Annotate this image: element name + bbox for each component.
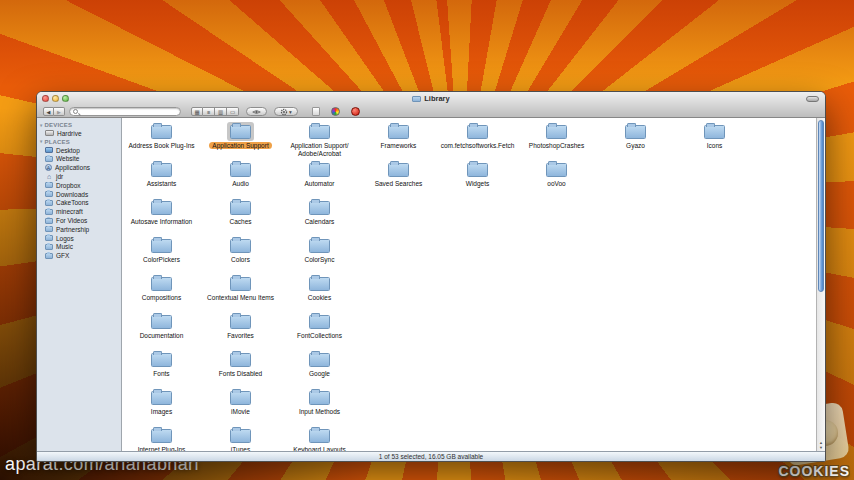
- folder-item-saved-searches[interactable]: Saved Searches: [359, 160, 438, 198]
- folder-item-fontcollections[interactable]: FontCollections: [280, 312, 359, 350]
- folder-item-caches[interactable]: Caches: [201, 198, 280, 236]
- sidebar-item-label: Music: [56, 243, 73, 250]
- folder-icon: [227, 426, 254, 445]
- forward-icon: ▶: [57, 109, 61, 115]
- folder-item-internet-plug-ins[interactable]: Internet Plug-Ins: [122, 426, 201, 451]
- folder-item-documentation[interactable]: Documentation: [122, 312, 201, 350]
- folder-item-compositions[interactable]: Compositions: [122, 274, 201, 312]
- folder-item-colorsync[interactable]: ColorSync: [280, 236, 359, 274]
- sidebar-item-hardrive[interactable]: Hardrive: [37, 129, 121, 138]
- folder-item-itunes[interactable]: iTunes: [201, 426, 280, 451]
- title-bar[interactable]: Library: [37, 92, 825, 105]
- folder-item-imovie[interactable]: iMovie: [201, 388, 280, 426]
- sidebar-item-for-videos[interactable]: For Videos: [37, 216, 121, 225]
- folder-item-autosave-information[interactable]: Autosave Information: [122, 198, 201, 236]
- folder-item-keyboard-layouts[interactable]: Keyboard Layouts: [280, 426, 359, 451]
- folder-item-icons[interactable]: Icons: [675, 122, 754, 160]
- scrollbar-thumb[interactable]: [818, 120, 824, 292]
- scroll-down-icon[interactable]: ▼: [817, 446, 825, 451]
- folder-item-fonts-disabled[interactable]: Fonts Disabled: [201, 350, 280, 388]
- folder-icon: [148, 198, 175, 217]
- action-menu-button[interactable]: ▾: [274, 107, 298, 116]
- icon-view-button[interactable]: ▦: [191, 107, 203, 116]
- sidebar-item-label: minecraft: [56, 208, 83, 215]
- back-button[interactable]: ◀: [43, 107, 54, 116]
- folder-icon-shape: [230, 163, 251, 177]
- folder-icon: [148, 274, 175, 293]
- folder-icon: [306, 198, 333, 217]
- folder-icon: [45, 209, 53, 215]
- coverflow-view-icon: ▭: [230, 109, 235, 115]
- folder-item-address-book-plug-ins[interactable]: Address Book Plug-Ins: [122, 122, 201, 160]
- folder-item-cookies[interactable]: Cookies: [280, 274, 359, 312]
- folder-icon: [227, 350, 254, 369]
- sidebar-item-jdr[interactable]: ⌂jdr: [37, 172, 121, 181]
- sidebar-item-partnership[interactable]: Partnership: [37, 225, 121, 234]
- folder-item-oovoo[interactable]: ooVoo: [517, 160, 596, 198]
- sidebar-item-minecraft[interactable]: minecraft: [37, 207, 121, 216]
- folder-item-favorites[interactable]: Favorites: [201, 312, 280, 350]
- folder-item-images[interactable]: Images: [122, 388, 201, 426]
- folder-item-application-support[interactable]: Application Support/ Adobe/Acrobat: [280, 122, 359, 160]
- folder-item-fonts[interactable]: Fonts: [122, 350, 201, 388]
- folder-icon: [306, 426, 333, 445]
- coverflow-view-button[interactable]: ▭: [227, 107, 239, 116]
- folder-item-label: Google: [309, 370, 330, 378]
- folder-icon: [464, 122, 491, 141]
- folder-item-label: Assistants: [147, 180, 177, 188]
- cookies-logo-text: COOKIES: [778, 463, 850, 479]
- folder-icon-shape: [309, 201, 330, 215]
- quick-look-button[interactable]: [246, 107, 267, 116]
- sidebar-section-header[interactable]: ▾DEVICES: [37, 121, 121, 129]
- scrollbar-arrows[interactable]: ▲ ▼: [817, 441, 825, 450]
- folder-item-photoshopcrashes[interactable]: PhotoshopCrashes: [517, 122, 596, 160]
- record-toolbar-icon[interactable]: [351, 107, 360, 116]
- folder-icon-shape: [546, 163, 567, 177]
- folder-item-colorpickers[interactable]: ColorPickers: [122, 236, 201, 274]
- list-view-button[interactable]: ≡: [203, 107, 215, 116]
- folder-item-label: Images: [151, 408, 172, 416]
- folder-item-widgets[interactable]: Widgets: [438, 160, 517, 198]
- folder-icon: [148, 122, 175, 141]
- sidebar-section-header[interactable]: ▾PLACES: [37, 138, 121, 146]
- sidebar-item-logos[interactable]: Logos: [37, 234, 121, 243]
- search-input[interactable]: [80, 109, 177, 115]
- vertical-scrollbar[interactable]: ▲ ▼: [816, 118, 825, 451]
- folder-icon: [148, 388, 175, 407]
- folder-icon: [306, 388, 333, 407]
- sidebar-item-desktop[interactable]: Desktop: [37, 146, 121, 155]
- folder-item-label-text: com.fetchsoftworks.Fetch: [441, 142, 515, 149]
- forward-button[interactable]: ▶: [54, 107, 65, 116]
- folder-icon-shape: [151, 429, 172, 443]
- folder-item-application-support[interactable]: Application Support: [201, 122, 280, 160]
- folder-item-input-methods[interactable]: Input Methods: [280, 388, 359, 426]
- document-toolbar-icon[interactable]: [312, 107, 320, 116]
- folder-item-frameworks[interactable]: Frameworks: [359, 122, 438, 160]
- folder-item-audio[interactable]: Audio: [201, 160, 280, 198]
- folder-item-label-text: Input Methods: [299, 408, 340, 415]
- folder-item-contextual-menu-items[interactable]: Contextual Menu Items: [201, 274, 280, 312]
- search-field[interactable]: [69, 107, 181, 116]
- sidebar-item-gfx[interactable]: GFX: [37, 251, 121, 260]
- folder-item-assistants[interactable]: Assistants: [122, 160, 201, 198]
- folder-item-label: Documentation: [140, 332, 184, 340]
- folder-item-google[interactable]: Google: [280, 350, 359, 388]
- column-view-button[interactable]: ▥: [215, 107, 227, 116]
- folder-item-automator[interactable]: Automator: [280, 160, 359, 198]
- sidebar-item-dropbox[interactable]: Dropbox: [37, 181, 121, 190]
- toolbar-toggle-button[interactable]: [806, 96, 819, 102]
- folder-item-com-fetchsoftworks-fetch[interactable]: com.fetchsoftworks.Fetch: [438, 122, 517, 160]
- colorwheel-toolbar-icon[interactable]: [331, 107, 340, 116]
- sidebar-item-applications[interactable]: AApplications: [37, 163, 121, 172]
- toolbar: ◀ ▶ ▦ ≡ ▥ ▭ ▾: [37, 105, 825, 118]
- folder-icon: [543, 160, 570, 179]
- folder-item-colors[interactable]: Colors: [201, 236, 280, 274]
- sidebar-item-website[interactable]: Website: [37, 155, 121, 164]
- folder-item-label: FontCollections: [297, 332, 342, 340]
- folder-item-calendars[interactable]: Calendars: [280, 198, 359, 236]
- folder-item-gyazo[interactable]: Gyazo: [596, 122, 675, 160]
- sidebar-item-downloads[interactable]: Downloads: [37, 190, 121, 199]
- navigation-buttons: ◀ ▶: [43, 107, 65, 116]
- sidebar-item-music[interactable]: Music: [37, 243, 121, 252]
- sidebar-item-caketoons[interactable]: CakeToons: [37, 199, 121, 208]
